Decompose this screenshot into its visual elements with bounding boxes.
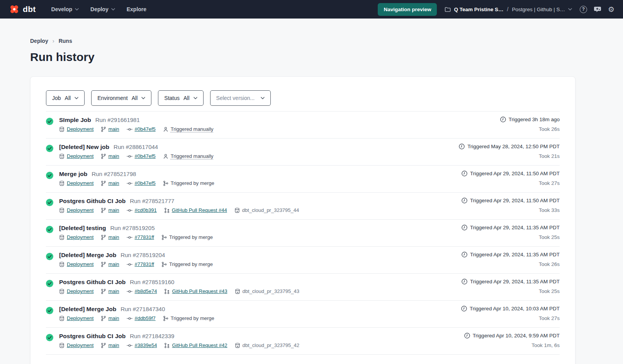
person-icon	[163, 154, 168, 159]
nav-item-deploy[interactable]: Deploy	[90, 6, 115, 12]
environment-link[interactable]: Deployment	[67, 261, 93, 267]
git-commit-icon	[127, 181, 132, 186]
nav-item-label: Deploy	[90, 6, 109, 12]
branch-link[interactable]: main	[108, 342, 119, 348]
pull-request-link[interactable]: GitHub Pull Request #44	[172, 207, 227, 213]
commit-link[interactable]: #3839e54	[135, 342, 157, 348]
run-success-icon	[46, 226, 53, 235]
clock-icon	[462, 171, 467, 176]
run-history-card: Job All Environment All Status All Selec…	[30, 76, 575, 364]
branch-link[interactable]: main	[108, 288, 119, 294]
environment-link[interactable]: Deployment	[67, 342, 93, 348]
trigger-meta: Triggered by merge	[163, 315, 214, 321]
branch-link[interactable]: main	[108, 234, 119, 240]
run-row[interactable]: [Deleted] New job Run #288617044 Deploym…	[46, 139, 560, 166]
breadcrumb-runs[interactable]: Runs	[59, 38, 72, 44]
branch-link[interactable]: main	[108, 261, 119, 267]
pull-request-meta: GitHub Pull Request #44	[164, 207, 227, 213]
branch-link[interactable]: main	[108, 207, 119, 213]
run-job-name[interactable]: [Deleted] Merge Job	[59, 306, 116, 313]
run-job-name[interactable]: SImple Job	[59, 117, 91, 124]
commit-meta: #0b47ef5	[127, 180, 156, 186]
commit-link[interactable]: #b8d5e74	[135, 288, 157, 294]
environment-link[interactable]: Deployment	[67, 288, 93, 294]
feedback-icon[interactable]	[594, 6, 601, 13]
schema-database-icon	[235, 343, 240, 348]
run-job-name[interactable]: [Deleted] New job	[59, 144, 109, 151]
commit-meta: #3839e54	[127, 342, 157, 348]
run-row[interactable]: [Deleted] Merge Job Run #278519204 Deplo…	[46, 247, 560, 274]
run-row[interactable]: [Deleted] testing Run #278519205 Deploym…	[46, 220, 560, 247]
filter-bar: Job All Environment All Status All Selec…	[46, 90, 560, 106]
environment-link[interactable]: Deployment	[67, 207, 93, 213]
environment-meta: Deployment	[59, 180, 93, 186]
navigation-preview-button[interactable]: Navigation preview	[378, 3, 437, 16]
trigger-meta: Triggered by merge	[161, 261, 213, 267]
commit-link[interactable]: #ddb59f7	[135, 315, 156, 321]
run-row[interactable]: SImple Job Run #291661981 Deployment	[46, 112, 560, 139]
run-row[interactable]: Postgres Github CI Job Run #278521777 De…	[46, 193, 560, 220]
run-job-name[interactable]: Postgres Github CI Job	[59, 198, 126, 205]
run-job-name[interactable]: Postgres Github CI Job	[59, 333, 126, 340]
commit-meta: #b8d5e74	[127, 288, 157, 294]
database-icon	[59, 127, 65, 132]
environment-link[interactable]: Deployment	[67, 234, 93, 240]
commit-link[interactable]: #0b47ef5	[135, 126, 156, 132]
top-nav: dbt Develop Deploy Explore Navigation pr…	[0, 0, 623, 19]
pull-request-link[interactable]: GitHub Pull Request #42	[172, 342, 227, 348]
branch-link[interactable]: main	[108, 126, 119, 132]
git-commit-icon	[127, 343, 132, 348]
status-filter-dropdown[interactable]: Status All	[158, 90, 203, 106]
commit-link[interactable]: #77831ff	[135, 234, 154, 240]
run-job-name[interactable]: [Deleted] testing	[59, 225, 106, 232]
run-success-icon	[46, 118, 53, 127]
git-branch-icon	[101, 316, 106, 321]
run-id: Run #278519160	[130, 279, 174, 285]
project-name-group: Postgres | Github | S…	[512, 7, 572, 12]
run-row[interactable]: Postgres Github CI Job Run #271842339 De…	[46, 328, 560, 355]
branch-link[interactable]: main	[108, 180, 119, 186]
run-timing: Triggered Apr 10, 2024, 9:59 AM PDT Took…	[464, 333, 560, 348]
breadcrumb: Deploy › Runs	[30, 19, 593, 44]
account-project-selector[interactable]: Q Team Pristine S… / Postgres | Github |…	[445, 6, 572, 12]
breadcrumb-deploy[interactable]: Deploy	[30, 38, 48, 44]
filter-label: Job	[52, 95, 61, 101]
run-timing: Triggered Apr 29, 2024, 11:50 AM PDT Too…	[462, 171, 560, 186]
version-filter-dropdown[interactable]: Select version...	[210, 90, 271, 106]
run-job-name[interactable]: Postgres Github CI Job	[59, 279, 126, 286]
run-row[interactable]: Merge job Run #278521798 Deployment	[46, 166, 560, 193]
branch-link[interactable]: main	[108, 315, 119, 321]
run-timing: Triggered May 28, 2024, 12:50 PM PDT Too…	[459, 144, 560, 159]
environment-link[interactable]: Deployment	[67, 153, 93, 159]
branch-link[interactable]: main	[108, 153, 119, 159]
help-icon[interactable]: ?	[580, 6, 587, 13]
schema-meta: dbt_cloud_pr_323795_43	[235, 288, 299, 294]
dbt-logo[interactable]: dbt	[8, 3, 36, 15]
commit-link[interactable]: #0b47ef5	[135, 153, 156, 159]
run-row[interactable]: Postgres Github CI Job Run #278519160 De…	[46, 274, 560, 301]
commit-link[interactable]: #cd0b391	[135, 207, 157, 213]
branch-meta: main	[101, 126, 119, 132]
environment-link[interactable]: Deployment	[67, 180, 93, 186]
database-icon	[59, 208, 65, 213]
gear-icon[interactable]: ⚙	[608, 6, 615, 13]
environment-filter-dropdown[interactable]: Environment All	[91, 90, 151, 106]
git-commit-icon	[127, 235, 132, 240]
pull-request-link[interactable]: GitHub Pull Request #43	[172, 288, 227, 294]
clock-icon	[462, 198, 467, 203]
schema-name: dbt_cloud_pr_323795_44	[242, 207, 299, 213]
run-duration: Took 26s	[462, 261, 560, 267]
environment-link[interactable]: Deployment	[67, 315, 93, 321]
job-filter-dropdown[interactable]: Job All	[46, 90, 85, 106]
commit-link[interactable]: #77831ff	[135, 261, 154, 267]
environment-link[interactable]: Deployment	[67, 126, 93, 132]
trigger-meta: Triggered manually	[163, 126, 214, 132]
dbt-logo-icon	[8, 3, 20, 15]
nav-item-explore[interactable]: Explore	[127, 6, 146, 12]
trigger-meta: Triggered by merge	[161, 234, 213, 240]
nav-item-develop[interactable]: Develop	[51, 6, 79, 12]
commit-link[interactable]: #0b47ef5	[135, 180, 156, 186]
run-job-name[interactable]: Merge job	[59, 171, 87, 178]
run-row[interactable]: [Deleted] Merge Job Run #271847340 Deplo…	[46, 301, 560, 328]
run-job-name[interactable]: [Deleted] Merge Job	[59, 252, 116, 259]
